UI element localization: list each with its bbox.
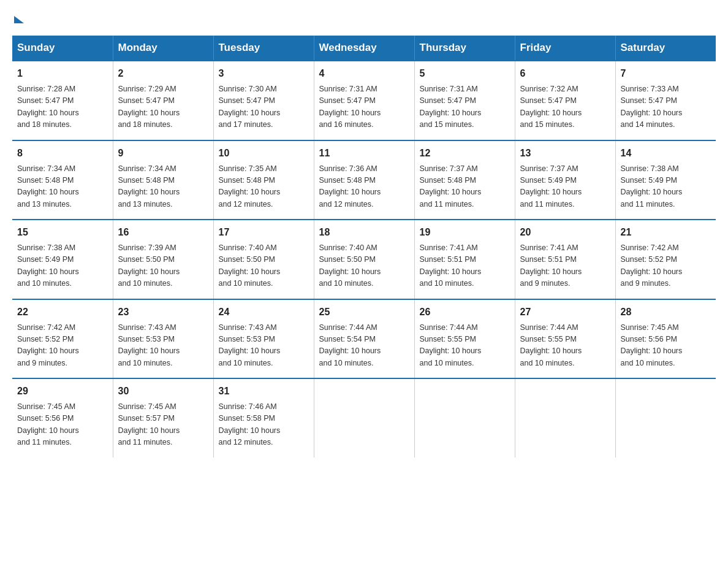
day-number: 13: [520, 146, 610, 161]
calendar-cell: 2Sunrise: 7:29 AMSunset: 5:47 PMDaylight…: [113, 61, 213, 140]
day-number: 25: [319, 305, 409, 320]
day-number: 4: [319, 66, 409, 81]
calendar-week-3: 15Sunrise: 7:38 AMSunset: 5:49 PMDayligh…: [12, 220, 716, 299]
calendar-cell: 20Sunrise: 7:41 AMSunset: 5:51 PMDayligh…: [515, 220, 615, 299]
day-number: 19: [420, 225, 510, 240]
day-number: 26: [420, 305, 510, 320]
calendar-cell: 14Sunrise: 7:38 AMSunset: 5:49 PMDayligh…: [615, 140, 716, 220]
day-header-monday: Monday: [113, 36, 213, 61]
calendar-cell: 10Sunrise: 7:35 AMSunset: 5:48 PMDayligh…: [213, 140, 314, 220]
day-number: 23: [118, 305, 208, 320]
calendar-cell: 24Sunrise: 7:43 AMSunset: 5:53 PMDayligh…: [213, 299, 314, 379]
cell-content: Sunrise: 7:44 AMSunset: 5:55 PMDaylight:…: [520, 322, 610, 370]
calendar-cell: 6Sunrise: 7:32 AMSunset: 5:47 PMDaylight…: [515, 61, 615, 140]
calendar-cell: [414, 378, 515, 458]
day-number: 21: [621, 225, 711, 240]
day-number: 3: [219, 66, 309, 81]
calendar-cell: 3Sunrise: 7:30 AMSunset: 5:47 PMDaylight…: [213, 61, 314, 140]
calendar-week-4: 22Sunrise: 7:42 AMSunset: 5:52 PMDayligh…: [12, 299, 716, 379]
day-header-wednesday: Wednesday: [314, 36, 414, 61]
cell-content: Sunrise: 7:34 AMSunset: 5:48 PMDaylight:…: [17, 163, 108, 211]
day-number: 7: [621, 66, 711, 81]
calendar-cell: 1Sunrise: 7:28 AMSunset: 5:47 PMDaylight…: [12, 61, 113, 140]
day-number: 30: [118, 384, 208, 399]
cell-content: Sunrise: 7:43 AMSunset: 5:53 PMDaylight:…: [219, 322, 309, 370]
cell-content: Sunrise: 7:34 AMSunset: 5:48 PMDaylight:…: [118, 163, 208, 211]
cell-content: Sunrise: 7:29 AMSunset: 5:47 PMDaylight:…: [118, 83, 208, 131]
day-number: 15: [17, 225, 108, 240]
calendar-cell: 26Sunrise: 7:44 AMSunset: 5:55 PMDayligh…: [414, 299, 515, 379]
cell-content: Sunrise: 7:28 AMSunset: 5:47 PMDaylight:…: [17, 83, 108, 131]
calendar-cell: 30Sunrise: 7:45 AMSunset: 5:57 PMDayligh…: [113, 378, 213, 458]
day-header-thursday: Thursday: [414, 36, 515, 61]
day-number: 5: [420, 66, 510, 81]
cell-content: Sunrise: 7:35 AMSunset: 5:48 PMDaylight:…: [219, 163, 309, 211]
cell-content: Sunrise: 7:32 AMSunset: 5:47 PMDaylight:…: [520, 83, 610, 131]
day-number: 22: [17, 305, 108, 320]
cell-content: Sunrise: 7:45 AMSunset: 5:56 PMDaylight:…: [621, 322, 711, 370]
day-header-tuesday: Tuesday: [213, 36, 314, 61]
calendar-cell: 31Sunrise: 7:46 AMSunset: 5:58 PMDayligh…: [213, 378, 314, 458]
day-number: 31: [219, 384, 309, 399]
day-number: 8: [17, 146, 108, 161]
logo: [12, 12, 24, 23]
cell-content: Sunrise: 7:42 AMSunset: 5:52 PMDaylight:…: [621, 242, 711, 290]
cell-content: Sunrise: 7:31 AMSunset: 5:47 PMDaylight:…: [319, 83, 409, 131]
calendar-cell: [615, 378, 716, 458]
calendar-cell: 9Sunrise: 7:34 AMSunset: 5:48 PMDaylight…: [113, 140, 213, 220]
cell-content: Sunrise: 7:45 AMSunset: 5:56 PMDaylight:…: [17, 401, 108, 449]
cell-content: Sunrise: 7:42 AMSunset: 5:52 PMDaylight:…: [17, 322, 108, 370]
cell-content: Sunrise: 7:40 AMSunset: 5:50 PMDaylight:…: [319, 242, 409, 290]
day-header-saturday: Saturday: [615, 36, 716, 61]
cell-content: Sunrise: 7:43 AMSunset: 5:53 PMDaylight:…: [118, 322, 208, 370]
calendar-cell: 18Sunrise: 7:40 AMSunset: 5:50 PMDayligh…: [314, 220, 414, 299]
calendar-cell: 29Sunrise: 7:45 AMSunset: 5:56 PMDayligh…: [12, 378, 113, 458]
calendar-table: SundayMondayTuesdayWednesdayThursdayFrid…: [12, 36, 716, 458]
day-number: 12: [420, 146, 510, 161]
calendar-cell: 17Sunrise: 7:40 AMSunset: 5:50 PMDayligh…: [213, 220, 314, 299]
calendar-cell: 7Sunrise: 7:33 AMSunset: 5:47 PMDaylight…: [615, 61, 716, 140]
cell-content: Sunrise: 7:31 AMSunset: 5:47 PMDaylight:…: [420, 83, 510, 131]
calendar-header-row: SundayMondayTuesdayWednesdayThursdayFrid…: [12, 36, 716, 61]
calendar-cell: 25Sunrise: 7:44 AMSunset: 5:54 PMDayligh…: [314, 299, 414, 379]
calendar-week-2: 8Sunrise: 7:34 AMSunset: 5:48 PMDaylight…: [12, 140, 716, 220]
cell-content: Sunrise: 7:33 AMSunset: 5:47 PMDaylight:…: [621, 83, 711, 131]
day-number: 28: [621, 305, 711, 320]
day-number: 24: [219, 305, 309, 320]
calendar-cell: 28Sunrise: 7:45 AMSunset: 5:56 PMDayligh…: [615, 299, 716, 379]
calendar-cell: [314, 378, 414, 458]
cell-content: Sunrise: 7:46 AMSunset: 5:58 PMDaylight:…: [219, 401, 309, 449]
calendar-cell: [515, 378, 615, 458]
day-number: 9: [118, 146, 208, 161]
calendar-cell: 16Sunrise: 7:39 AMSunset: 5:50 PMDayligh…: [113, 220, 213, 299]
day-number: 14: [621, 146, 711, 161]
day-number: 6: [520, 66, 610, 81]
calendar-week-5: 29Sunrise: 7:45 AMSunset: 5:56 PMDayligh…: [12, 378, 716, 458]
day-number: 11: [319, 146, 409, 161]
day-number: 2: [118, 66, 208, 81]
calendar-cell: 22Sunrise: 7:42 AMSunset: 5:52 PMDayligh…: [12, 299, 113, 379]
cell-content: Sunrise: 7:39 AMSunset: 5:50 PMDaylight:…: [118, 242, 208, 290]
day-number: 20: [520, 225, 610, 240]
cell-content: Sunrise: 7:30 AMSunset: 5:47 PMDaylight:…: [219, 83, 309, 131]
day-header-sunday: Sunday: [12, 36, 113, 61]
cell-content: Sunrise: 7:38 AMSunset: 5:49 PMDaylight:…: [621, 163, 711, 211]
calendar-week-1: 1Sunrise: 7:28 AMSunset: 5:47 PMDaylight…: [12, 61, 716, 140]
calendar-cell: 23Sunrise: 7:43 AMSunset: 5:53 PMDayligh…: [113, 299, 213, 379]
day-number: 27: [520, 305, 610, 320]
calendar-cell: 19Sunrise: 7:41 AMSunset: 5:51 PMDayligh…: [414, 220, 515, 299]
day-number: 16: [118, 225, 208, 240]
logo-arrow-icon: [14, 16, 24, 23]
calendar-cell: 8Sunrise: 7:34 AMSunset: 5:48 PMDaylight…: [12, 140, 113, 220]
day-number: 10: [219, 146, 309, 161]
calendar-cell: 13Sunrise: 7:37 AMSunset: 5:49 PMDayligh…: [515, 140, 615, 220]
cell-content: Sunrise: 7:37 AMSunset: 5:49 PMDaylight:…: [520, 163, 610, 211]
calendar-cell: 5Sunrise: 7:31 AMSunset: 5:47 PMDaylight…: [414, 61, 515, 140]
calendar-cell: 15Sunrise: 7:38 AMSunset: 5:49 PMDayligh…: [12, 220, 113, 299]
calendar-cell: 12Sunrise: 7:37 AMSunset: 5:48 PMDayligh…: [414, 140, 515, 220]
cell-content: Sunrise: 7:41 AMSunset: 5:51 PMDaylight:…: [520, 242, 610, 290]
cell-content: Sunrise: 7:41 AMSunset: 5:51 PMDaylight:…: [420, 242, 510, 290]
page-header: [12, 12, 716, 23]
day-number: 29: [17, 384, 108, 399]
calendar-cell: 27Sunrise: 7:44 AMSunset: 5:55 PMDayligh…: [515, 299, 615, 379]
